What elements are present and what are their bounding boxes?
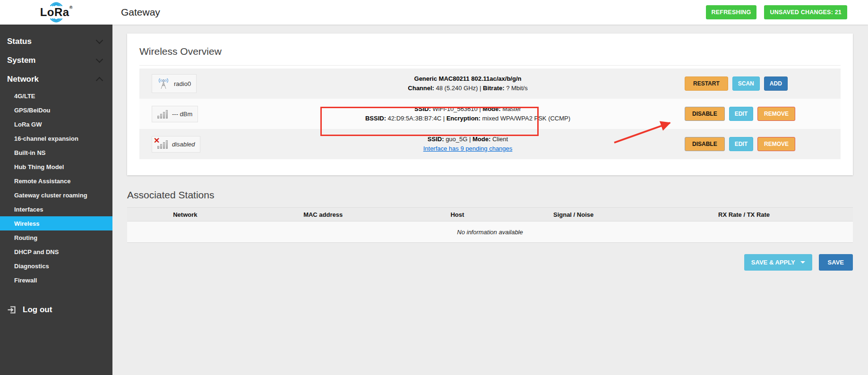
sidebar-item-wireless[interactable]: Wireless [0, 216, 112, 230]
sidebar-item-4g-lte[interactable]: 4G/LTE [0, 89, 112, 103]
wireless-overview-card: Wireless Overview [127, 34, 853, 175]
remove-button[interactable]: REMOVE [757, 137, 795, 151]
sidebar-item-16-channel-expansion[interactable]: 16-channel expansion [0, 131, 112, 145]
sidebar-section-status[interactable]: Status [0, 32, 112, 51]
sidebar-item-diagnostics[interactable]: Diagnostics [0, 259, 112, 273]
main-content: Wireless Overview [112, 25, 868, 375]
footer-actions: SAVE & APPLY SAVE [127, 254, 853, 271]
logout-button[interactable]: Log out [0, 300, 112, 319]
logo-waves-bottom-icon [47, 18, 66, 24]
antenna-icon [157, 78, 170, 89]
sidebar-item-interfaces[interactable]: Interfaces [0, 202, 112, 216]
wireless-overview-title: Wireless Overview [139, 46, 841, 57]
chevron-up-icon [96, 77, 103, 85]
disable-button[interactable]: DISABLE [685, 137, 725, 151]
sidebar-item-gps-beidou[interactable]: GPS/BeiDou [0, 103, 112, 117]
radio0-row: radio0 Generic MAC80211 802.11ac/ax/b/g/… [139, 68, 841, 99]
radio0-device-name: Generic MAC80211 802.11ac/ax/b/g/n [251, 74, 685, 84]
client-ssid-row: ✕ disabled SSID: guo_5G | Mode: Client I… [139, 129, 841, 159]
associated-stations-title: Associated Stations [127, 189, 853, 201]
stations-table: Network MAC address Host Signal / Noise … [127, 207, 853, 243]
unsaved-changes-button[interactable]: UNSAVED CHANGES: 21 [764, 5, 847, 19]
column-header-host: Host [403, 211, 512, 218]
edit-button[interactable]: EDIT [729, 107, 753, 121]
sidebar-item-gateway-cluster-roaming[interactable]: Gateway cluster roaming [0, 188, 112, 202]
radio0-label: radio0 [174, 80, 191, 87]
edit-button[interactable]: EDIT [729, 137, 753, 151]
radio0-info: Generic MAC80211 802.11ac/ax/b/g/n Chann… [251, 74, 685, 93]
signal-badge: --- dBm [152, 106, 198, 122]
sidebar-network-submenu: 4G/LTE GPS/BeiDou LoRa GW 16-channel exp… [0, 89, 112, 287]
page: LoRa ® Gateway REFRESHING UNSAVED CHANGE… [0, 0, 868, 375]
sidebar-section-system[interactable]: System [0, 51, 112, 70]
chevron-down-icon [96, 56, 103, 63]
associated-stations-section: Associated Stations Network MAC address … [127, 189, 853, 243]
chevron-down-icon [96, 37, 103, 44]
logout-icon [7, 305, 17, 315]
sidebar: Status System Network 4G/LTE GPS/BeiDou … [0, 25, 112, 375]
column-header-mac-address: MAC address [243, 211, 403, 218]
topbar-actions: REFRESHING UNSAVED CHANGES: 21 [706, 5, 847, 19]
client-ssid-line: SSID: guo_5G | Mode: Client [251, 135, 685, 144]
sidebar-item-built-in-ns[interactable]: Built-in NS [0, 145, 112, 160]
radio0-channel-info: Channel: 48 (5.240 GHz) | Bitrate: ? Mbi… [251, 84, 685, 93]
client-ssid-info: SSID: guo_5G | Mode: Client Interface ha… [251, 135, 685, 153]
top-bar: LoRa ® Gateway REFRESHING UNSAVED CHANGE… [0, 0, 868, 25]
restart-button[interactable]: RESTART [685, 77, 728, 91]
sidebar-item-lora-gw[interactable]: LoRa GW [0, 117, 112, 131]
sidebar-item-firewall[interactable]: Firewall [0, 273, 112, 287]
master-ssid-row: --- dBm SSID: WiFi-10_563610 | Mode: Mas… [139, 99, 841, 129]
disable-button[interactable]: DISABLE [685, 107, 725, 121]
column-header-network: Network [127, 211, 243, 218]
disabled-signal-badge: ✕ disabled [152, 136, 200, 153]
radio0-badge: radio0 [152, 74, 197, 93]
remove-button[interactable]: REMOVE [757, 107, 795, 121]
caret-down-icon [800, 261, 805, 264]
divider [139, 65, 841, 66]
sidebar-item-hub-thing-model[interactable]: Hub Thing Model [0, 160, 112, 174]
save-apply-button[interactable]: SAVE & APPLY [744, 254, 812, 271]
add-button[interactable]: ADD [764, 77, 788, 91]
lora-logo: LoRa ® [0, 0, 112, 24]
column-header-signal-noise: Signal / Noise [512, 211, 635, 218]
scan-button[interactable]: SCAN [732, 77, 760, 91]
sidebar-item-dhcp-and-dns[interactable]: DHCP and DNS [0, 245, 112, 259]
save-button[interactable]: SAVE [819, 254, 853, 271]
signal-label: --- dBm [172, 111, 192, 118]
x-icon: ✕ [154, 137, 160, 145]
logo-reg-mark: ® [69, 6, 73, 10]
page-title: Gateway [121, 7, 160, 18]
master-ssid-info: SSID: WiFi-10_563610 | Mode: Master BSSI… [251, 104, 685, 123]
sidebar-item-routing[interactable]: Routing [0, 230, 112, 245]
column-header-rx-tx-rate: RX Rate / TX Rate [635, 211, 853, 218]
empty-row: No information available [127, 222, 853, 243]
signal-bars-icon [157, 110, 168, 119]
refreshing-button[interactable]: REFRESHING [706, 5, 757, 19]
master-bssid-line: BSSID: 42:D9:5A:3B:B7:4C | Encryption: m… [251, 114, 685, 123]
disabled-label: disabled [172, 141, 195, 148]
pending-changes-link[interactable]: Interface has 9 pending changes [423, 145, 513, 152]
master-ssid-line: SSID: WiFi-10_563610 | Mode: Master [251, 104, 685, 114]
sidebar-item-remote-assistance[interactable]: Remote Assistance [0, 174, 112, 188]
stations-table-header: Network MAC address Host Signal / Noise … [127, 207, 853, 222]
sidebar-section-network[interactable]: Network [0, 70, 112, 89]
logo-text: LoRa [40, 7, 69, 18]
